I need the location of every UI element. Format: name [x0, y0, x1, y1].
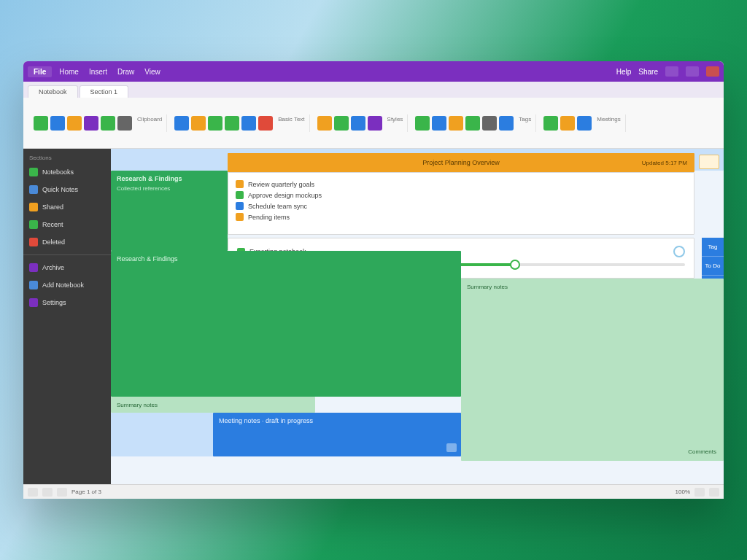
- status-bar: Page 1 of 3 100%: [23, 484, 724, 499]
- task-icon: [236, 180, 244, 188]
- ribbon-group-label: Styles: [387, 116, 403, 131]
- tile-summary[interactable]: Summary notes Comments: [461, 279, 724, 461]
- sidebar-item[interactable]: Archive: [23, 260, 111, 276]
- status-icon[interactable]: [57, 488, 67, 497]
- tile-notes-title: Research & Findings: [117, 255, 178, 262]
- menu-insert[interactable]: Insert: [89, 68, 107, 76]
- ribbon-button[interactable]: [317, 116, 332, 131]
- sidebar-item-label: Archive: [42, 264, 64, 271]
- progress-handle[interactable]: [510, 260, 520, 270]
- ribbon-button[interactable]: [499, 116, 514, 131]
- tile-research[interactable]: Research & Findings Collected references: [111, 171, 228, 251]
- comments-label[interactable]: Comments: [688, 448, 716, 455]
- ribbon-group-label: Meetings: [597, 116, 620, 131]
- minimize-button[interactable]: [665, 66, 678, 77]
- sidebar-item-icon: [29, 168, 38, 176]
- sidebar-item[interactable]: Add Notebook: [23, 277, 111, 293]
- status-icon[interactable]: [42, 488, 53, 497]
- ribbon-button[interactable]: [543, 116, 558, 131]
- ribbon-button[interactable]: [174, 116, 189, 131]
- tab-section-1[interactable]: Section 1: [80, 85, 129, 98]
- task-list-pane: Review quarterly goalsApprove design moc…: [228, 172, 694, 235]
- zoom-out-button[interactable]: [694, 488, 705, 497]
- tile-meeting-text: Meeting notes · draft in progress: [219, 417, 313, 424]
- ribbon-button[interactable]: [368, 116, 382, 131]
- close-button[interactable]: [706, 66, 719, 77]
- sidebar: Sections NotebooksQuick NotesSharedRecen…: [23, 149, 111, 484]
- rail-button[interactable]: Tag: [702, 238, 724, 257]
- tile-strip: Summary notes: [111, 397, 315, 413]
- ribbon-button[interactable]: [50, 116, 65, 131]
- menu-view[interactable]: View: [144, 68, 160, 76]
- task-row[interactable]: Review quarterly goals: [236, 179, 686, 190]
- sidebar-item-label: Shared: [42, 203, 63, 211]
- task-row[interactable]: Schedule team sync: [236, 201, 686, 211]
- sidebar-item-label: Settings: [42, 299, 66, 306]
- ribbon-button[interactable]: [577, 116, 592, 131]
- tile-meeting[interactable]: Meeting notes · draft in progress: [213, 413, 461, 456]
- header-badge[interactable]: [699, 155, 719, 169]
- task-icon: [236, 202, 244, 210]
- page-header: Project Planning Overview Updated 5:17 P…: [228, 153, 694, 172]
- sidebar-item[interactable]: Deleted: [23, 234, 111, 250]
- sidebar-item[interactable]: Recent: [23, 217, 111, 233]
- ribbon-button[interactable]: [241, 116, 256, 131]
- menu-home[interactable]: Home: [59, 68, 79, 76]
- ribbon-button[interactable]: [101, 116, 115, 131]
- tile-research-subtitle: Collected references: [117, 185, 222, 192]
- ribbon-button[interactable]: [34, 116, 48, 131]
- help-button[interactable]: Help: [616, 68, 632, 76]
- sidebar-item-icon: [29, 298, 38, 307]
- sidebar-item[interactable]: Quick Notes: [23, 182, 111, 198]
- rail-button[interactable]: To Do: [702, 257, 724, 276]
- tile-strip-label: Summary notes: [117, 402, 158, 408]
- note-canvas[interactable]: Project Planning Overview Updated 5:17 P…: [111, 149, 724, 484]
- ribbon-button[interactable]: [84, 116, 98, 131]
- ribbon-button[interactable]: [225, 116, 239, 131]
- ribbon-button[interactable]: [449, 116, 463, 131]
- tab-notebook[interactable]: Notebook: [28, 85, 78, 98]
- sidebar-item-label: Recent: [42, 221, 63, 228]
- work-area: Sections NotebooksQuick NotesSharedRecen…: [23, 149, 724, 484]
- task-row[interactable]: Approve design mockups: [236, 190, 686, 201]
- task-icon: [236, 191, 244, 199]
- zoom-level[interactable]: 100%: [676, 489, 690, 495]
- share-button[interactable]: Share: [638, 68, 658, 76]
- sidebar-item-icon: [29, 185, 38, 194]
- ribbon-button[interactable]: [415, 116, 430, 131]
- sidebar-item[interactable]: Settings: [23, 295, 111, 311]
- ribbon-group-label: Basic Text: [278, 116, 304, 131]
- sidebar-item[interactable]: Shared: [23, 199, 111, 215]
- sidebar-item[interactable]: Notebooks: [23, 164, 111, 180]
- ribbon-button[interactable]: [258, 116, 273, 131]
- ribbon-button[interactable]: [67, 116, 82, 131]
- sidebar-section-label: Sections: [23, 153, 111, 163]
- page-title: Project Planning Overview: [422, 159, 500, 166]
- task-text: Schedule team sync: [248, 203, 307, 210]
- task-row[interactable]: Pending items: [236, 211, 686, 222]
- tile-notes[interactable]: Research & Findings: [111, 251, 461, 397]
- ribbon-button[interactable]: [482, 116, 497, 131]
- ribbon-button[interactable]: [191, 116, 206, 131]
- file-menu[interactable]: File: [28, 66, 52, 77]
- ribbon-button[interactable]: [465, 116, 480, 131]
- section-tabs: Notebook Section 1: [23, 82, 724, 98]
- ribbon-button[interactable]: [351, 116, 365, 131]
- page-updated-time: Updated 5:17 PM: [642, 160, 687, 166]
- ribbon-button[interactable]: [117, 116, 132, 131]
- ribbon-button[interactable]: [334, 116, 349, 131]
- ribbon-button[interactable]: [432, 116, 446, 131]
- sidebar-item-icon: [29, 263, 38, 272]
- sidebar-item-label: Add Notebook: [42, 281, 84, 289]
- maximize-button[interactable]: [686, 66, 699, 77]
- status-icon[interactable]: [28, 488, 38, 497]
- menu-draw[interactable]: Draw: [117, 68, 134, 76]
- ribbon-button[interactable]: [560, 116, 575, 131]
- tile-summary-label: Summary notes: [467, 284, 508, 290]
- spinner-icon: [673, 246, 685, 257]
- ribbon-group: Styles: [313, 114, 409, 132]
- ribbon-button[interactable]: [208, 116, 222, 131]
- task-text: Approve design mockups: [248, 192, 322, 199]
- zoom-in-button[interactable]: [709, 488, 719, 497]
- sidebar-item-label: Deleted: [42, 238, 65, 246]
